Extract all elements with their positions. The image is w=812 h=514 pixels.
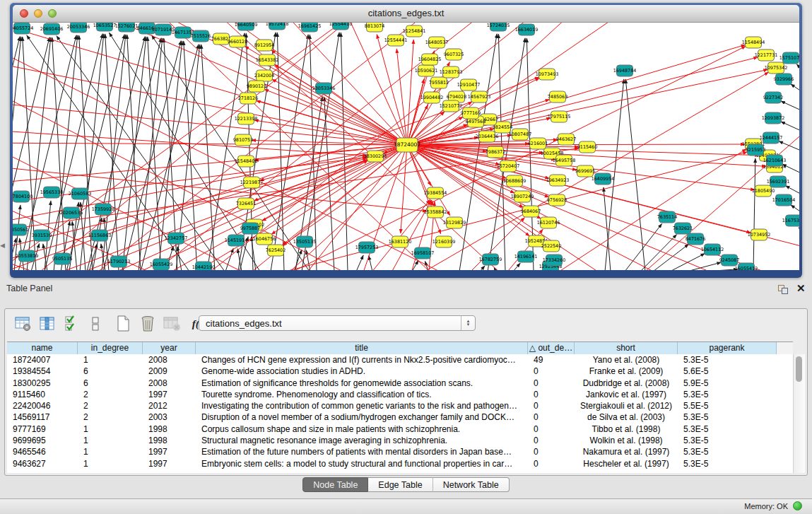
table-cell[interactable]: Franke et al. (2009) [575, 366, 678, 377]
table-scrollbar[interactable] [793, 354, 805, 473]
network-node-10975342[interactable]: 10975342 [765, 62, 788, 74]
table-cell[interactable]: 1 [78, 446, 143, 457]
citation-edge-black[interactable] [625, 223, 662, 270]
network-node-14196141[interactable]: 14196141 [514, 251, 538, 262]
delete-table-icon[interactable] [162, 315, 182, 333]
table-cell[interactable]: 5.3E-5 [678, 435, 777, 446]
table-row[interactable]: 969969511998Structural magnetic resonanc… [7, 435, 793, 446]
network-node-11156863[interactable]: 11156863 [88, 230, 112, 241]
network-node-10973493[interactable]: 10973493 [536, 69, 559, 80]
citation-edge-black[interactable] [246, 33, 253, 270]
network-node-9227342[interactable]: 9227342 [763, 92, 783, 103]
table-cell[interactable]: 2008 [143, 354, 196, 366]
citation-edge-black[interactable] [356, 255, 363, 270]
table-cell[interactable]: 1998 [143, 424, 196, 435]
citation-edge-black[interactable] [369, 256, 372, 270]
network-node-10688609[interactable]: 10688609 [503, 175, 526, 187]
table-row[interactable]: 911546021997Tourette syndrome. Phenomeno… [7, 389, 793, 400]
network-node-12160399[interactable]: 12160399 [433, 236, 456, 247]
table-cell[interactable]: Embryonic stem cells: a model to study s… [196, 458, 528, 469]
table-cell[interactable]: 5.3E-5 [678, 424, 777, 435]
network-node-10653527[interactable]: 10653527 [93, 23, 117, 31]
table-cell[interactable]: 5.9E-5 [678, 378, 777, 389]
table-cell[interactable]: Tourette syndrome. Phenomenology and cla… [196, 389, 528, 400]
citation-edge-black[interactable] [781, 122, 799, 132]
column-header-2[interactable]: year [143, 342, 196, 354]
network-node-8215953[interactable]: 8215953 [746, 144, 765, 156]
network-node-7625402[interactable]: 7625402 [266, 245, 286, 256]
column-header-5[interactable]: short [575, 342, 678, 354]
table-cell[interactable]: 0 [528, 411, 575, 423]
network-node-7485063[interactable]: 7485063 [548, 91, 567, 103]
network-node-7632621[interactable]: 7632621 [673, 223, 693, 234]
network-node-9756928[interactable]: 9756928 [547, 194, 567, 206]
network-node-18907249[interactable]: 18907249 [511, 191, 534, 202]
network-node-13129829[interactable]: 13129829 [443, 217, 466, 228]
network-node-12554441[interactable]: 12554441 [384, 35, 408, 46]
network-node-16210643[interactable]: 16210643 [763, 155, 787, 166]
table-select-dropdown[interactable]: citations_edges.txt ▲▼ [199, 315, 476, 331]
table-cell[interactable]: Estimation of the future numbers of pati… [196, 446, 528, 457]
column-header-1[interactable]: in_degree [78, 342, 143, 354]
network-node-9699695[interactable]: 9699695 [575, 165, 595, 177]
table-cell[interactable]: 1 [78, 354, 143, 366]
citation-edge-red[interactable] [274, 64, 407, 145]
table-cell[interactable]: Tibbo et al. (1998) [575, 424, 678, 435]
row-height-icon[interactable] [86, 315, 105, 333]
table-cell[interactable]: Disruption of a novel member of a sodium… [196, 411, 528, 423]
table-cell[interactable]: 2003 [143, 411, 196, 423]
create-column-icon[interactable] [114, 315, 134, 333]
table-cell[interactable]: 0 [528, 446, 575, 457]
network-node-2342004[interactable]: 2342004 [254, 70, 274, 81]
network-node-20053346[interactable]: 20053346 [67, 23, 90, 33]
table-cell[interactable]: 1 [78, 424, 143, 435]
network-node-12217731[interactable]: 12217731 [755, 49, 778, 61]
network-node-7986372[interactable]: 7986372 [486, 146, 505, 158]
network-node-9660128[interactable]: 9660128 [228, 36, 247, 47]
network-node-11675300[interactable]: 11675300 [782, 215, 799, 226]
table-cell[interactable]: Jankovic et al. (1997) [575, 389, 678, 400]
table-cell[interactable]: 2 [78, 389, 143, 400]
network-node-12093872[interactable]: 12093872 [762, 112, 785, 124]
network-node-11548494[interactable]: 11548494 [742, 37, 765, 48]
show-columns-icon[interactable] [37, 315, 57, 333]
table-cell[interactable]: 5.3E-5 [678, 446, 777, 457]
network-node-21060583[interactable]: 21060583 [69, 188, 92, 199]
column-header-3[interactable]: title [196, 342, 528, 354]
network-node-3931539[interactable]: 3931539 [32, 230, 52, 241]
network-node-12219877[interactable]: 12219877 [240, 177, 264, 188]
table-cell[interactable]: 0 [528, 435, 575, 446]
table-cell[interactable]: 6 [78, 378, 143, 389]
network-node-19604825[interactable]: 19604825 [418, 54, 442, 65]
citation-edge-red[interactable] [396, 49, 407, 145]
table-cell[interactable]: 9699695 [7, 435, 78, 446]
table-cell[interactable]: Genome-wide association studies in ADHD. [196, 366, 528, 377]
citation-edge-red[interactable] [407, 40, 413, 145]
network-node-16634019[interactable]: 16634019 [515, 24, 539, 35]
table-cell[interactable]: Hescheler et al. (1997) [575, 458, 678, 469]
network-node-16055412[interactable]: 16055412 [735, 263, 758, 270]
delete-column-icon[interactable] [138, 315, 158, 333]
network-node-16480537[interactable]: 16480537 [425, 37, 449, 48]
network-node-16055429[interactable]: 16055429 [150, 259, 173, 270]
citation-edge-red[interactable] [407, 145, 799, 270]
network-node-17957253[interactable]: 17957253 [355, 242, 379, 253]
table-cell[interactable]: 0 [528, 458, 575, 469]
dropdown-stepper-icon[interactable]: ▲▼ [461, 316, 475, 330]
network-node-18300295[interactable]: 18300295 [364, 151, 387, 162]
network-node-9505135[interactable]: 9505135 [52, 253, 72, 264]
network-node-15276021[interactable]: 15276021 [115, 23, 139, 32]
table-cell[interactable]: 49 [528, 354, 575, 366]
table-row[interactable]: 1830029562008Estimation of significance … [7, 378, 793, 389]
network-node-20206536[interactable]: 20206536 [60, 207, 83, 218]
network-node-12213398[interactable]: 12213398 [235, 113, 258, 124]
table-cell[interactable]: de Silva et al. (2003) [575, 411, 678, 423]
network-node-15692391[interactable]: 15692391 [767, 176, 790, 187]
network-node-10442190[interactable]: 10442190 [192, 262, 216, 270]
network-node-17804100[interactable]: 17804100 [13, 191, 33, 202]
citation-edge-red[interactable] [407, 145, 549, 178]
table-cell[interactable]: 19384554 [7, 366, 78, 377]
table-cell[interactable]: 6 [78, 366, 143, 377]
network-node-12444157[interactable]: 12444157 [760, 132, 783, 144]
tab-node-table[interactable]: Node Table [302, 477, 368, 492]
